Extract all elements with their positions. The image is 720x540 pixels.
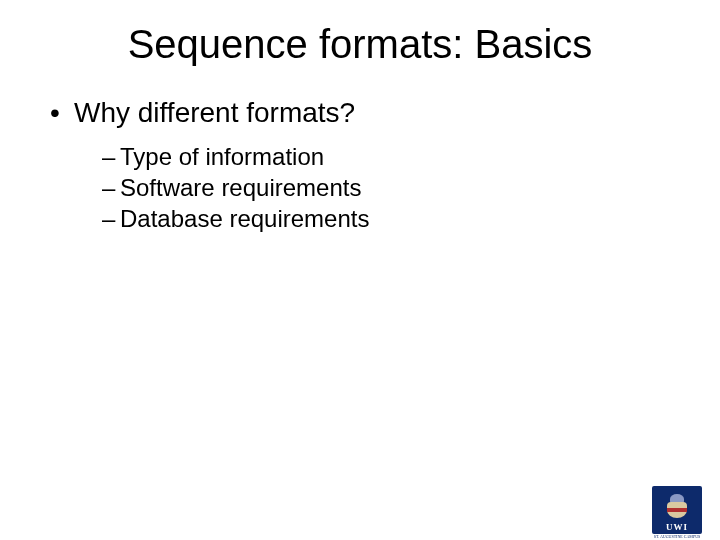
bullet-heading-text: Why different formats? bbox=[74, 97, 355, 128]
sub-bullet-text: Software requirements bbox=[120, 174, 361, 201]
sub-bullet: –Database requirements bbox=[102, 203, 720, 234]
logo-box: UWI bbox=[652, 486, 702, 534]
sub-bullet: –Software requirements bbox=[102, 172, 720, 203]
bullet-level1: •Why different formats? bbox=[50, 97, 720, 129]
logo-text: UWI bbox=[666, 522, 688, 532]
uwi-logo: UWI ST. AUGUSTINE CAMPUS bbox=[652, 486, 702, 540]
sub-bullet-text: Database requirements bbox=[120, 205, 369, 232]
logo-subtitle: ST. AUGUSTINE CAMPUS bbox=[652, 535, 702, 539]
dash-marker: – bbox=[102, 141, 120, 172]
dash-marker: – bbox=[102, 172, 120, 203]
sub-bullet-text: Type of information bbox=[120, 143, 324, 170]
dash-marker: – bbox=[102, 203, 120, 234]
content-area: •Why different formats? –Type of informa… bbox=[0, 97, 720, 235]
slide: Sequence formats: Basics •Why different … bbox=[0, 22, 720, 540]
bullet-marker: • bbox=[50, 97, 74, 129]
slide-title: Sequence formats: Basics bbox=[0, 22, 720, 67]
sub-bullet: –Type of information bbox=[102, 141, 720, 172]
logo-crest-icon bbox=[662, 494, 692, 520]
bullet-level2-group: –Type of information –Software requireme… bbox=[50, 141, 720, 235]
